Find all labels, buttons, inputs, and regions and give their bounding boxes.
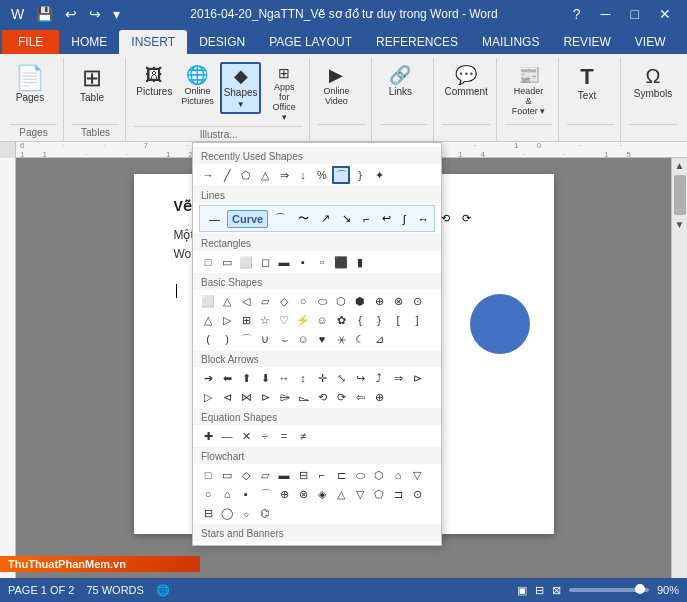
table-button[interactable]: ⊞ Table <box>72 62 112 107</box>
flow-offpage[interactable]: ⌂ <box>218 485 236 503</box>
rect-rounded[interactable]: ▭ <box>218 253 236 271</box>
recent-shape-arrow[interactable]: → <box>199 166 217 184</box>
arrow-lr[interactable]: ↔ <box>275 369 293 387</box>
basic-more12[interactable]: ☺ <box>313 311 331 329</box>
flow-stored-data[interactable]: ⬠ <box>370 485 388 503</box>
flow-more1[interactable]: ⬦ <box>237 504 255 522</box>
eq-times[interactable]: ✕ <box>237 427 255 445</box>
redo-icon[interactable]: ↪ <box>86 6 104 22</box>
tab-design[interactable]: DESIGN <box>187 30 257 54</box>
line-more2[interactable]: ⟳ <box>457 209 476 228</box>
flow-process[interactable]: □ <box>199 466 217 484</box>
basic-more13[interactable]: ✿ <box>332 311 350 329</box>
arrow-more3[interactable]: ⋈ <box>237 388 255 406</box>
arrow-notch[interactable]: ⊳ <box>408 369 426 387</box>
basic-more1[interactable]: ⬡ <box>332 292 350 310</box>
flow-data[interactable]: ▱ <box>256 466 274 484</box>
basic-more27[interactable]: ⊿ <box>370 330 388 348</box>
line-more1[interactable]: ⟲ <box>436 209 455 228</box>
flow-multidoc[interactable]: ⊏ <box>332 466 350 484</box>
basic-diamond[interactable]: ◇ <box>275 292 293 310</box>
arrow-right[interactable]: ➔ <box>199 369 217 387</box>
arrow-more5[interactable]: ⌲ <box>275 388 293 406</box>
pictures-button[interactable]: 🖼 Pictures <box>134 62 175 101</box>
flow-manual-op[interactable]: ▽ <box>408 466 426 484</box>
basic-more18[interactable]: ( <box>199 330 217 348</box>
online-pictures-button[interactable]: 🌐 OnlinePictures <box>179 62 217 110</box>
flow-predef[interactable]: ▬ <box>275 466 293 484</box>
basic-more3[interactable]: ⊕ <box>370 292 388 310</box>
arrow-more7[interactable]: ⟲ <box>313 388 331 406</box>
basic-more14[interactable]: { <box>351 311 369 329</box>
basic-more26[interactable]: ☾ <box>351 330 369 348</box>
arrow-up[interactable]: ⬆ <box>237 369 255 387</box>
arrow-quad[interactable]: ⊕ <box>370 388 388 406</box>
arrow-more8[interactable]: ⟳ <box>332 388 350 406</box>
basic-more22[interactable]: ⌣ <box>275 330 293 348</box>
basic-rtriangle[interactable]: ◁ <box>237 292 255 310</box>
line-curve[interactable]: Curve <box>227 210 268 228</box>
undo-icon[interactable]: ↩ <box>62 6 80 22</box>
basic-more2[interactable]: ⬢ <box>351 292 369 310</box>
line-elbow[interactable]: ⌐ <box>358 210 374 228</box>
arrow-4[interactable]: ✛ <box>313 369 331 387</box>
recent-shape-line[interactable]: ╱ <box>218 166 236 184</box>
line-double-arrow[interactable]: ↔ <box>413 210 434 228</box>
basic-more17[interactable]: ] <box>408 311 426 329</box>
flow-doc[interactable]: ⌐ <box>313 466 331 484</box>
line-freeform[interactable]: ↗ <box>316 209 335 228</box>
tab-insert[interactable]: INSERT <box>119 30 187 54</box>
eq-minus[interactable]: — <box>218 427 236 445</box>
arrow-more4[interactable]: ⊳ <box>256 388 274 406</box>
tab-mailings[interactable]: MAILINGS <box>470 30 551 54</box>
links-button[interactable]: 🔗 Links <box>380 62 420 101</box>
recent-shape-curve[interactable]: ⌒ <box>332 166 350 184</box>
eq-eq[interactable]: = <box>275 427 293 445</box>
flow-merge[interactable]: ▽ <box>351 485 369 503</box>
line-curved-arrow[interactable]: ↩ <box>377 209 396 228</box>
apps-office-button[interactable]: ⊞ Apps forOffice ▾ <box>265 62 303 126</box>
recent-shape-star[interactable]: ✦ <box>370 166 388 184</box>
flow-sort[interactable]: ◈ <box>313 485 331 503</box>
line-arc[interactable]: ⌒ <box>270 208 291 229</box>
rect-snip3[interactable]: ▪ <box>294 253 312 271</box>
flow-prep[interactable]: ⬡ <box>370 466 388 484</box>
flow-alt-process[interactable]: ▭ <box>218 466 236 484</box>
tab-view[interactable]: VIEW <box>623 30 678 54</box>
tab-page-layout[interactable]: PAGE LAYOUT <box>257 30 364 54</box>
flow-internal[interactable]: ⊟ <box>294 466 312 484</box>
arrow-more2[interactable]: ⊲ <box>218 388 236 406</box>
basic-more6[interactable]: △ <box>199 311 217 329</box>
arrow-diag[interactable]: ⤡ <box>332 369 350 387</box>
basic-more15[interactable]: } <box>370 311 388 329</box>
flow-card[interactable]: ▪ <box>237 485 255 503</box>
tab-review[interactable]: REVIEW <box>551 30 622 54</box>
recent-shape-arrow2[interactable]: ⇒ <box>275 166 293 184</box>
scrollbar-vertical[interactable]: ▲ ▼ <box>671 158 687 578</box>
view-icon-print[interactable]: ▣ <box>517 584 527 597</box>
eq-noteq[interactable]: ≠ <box>294 427 312 445</box>
basic-oval[interactable]: ⬭ <box>313 292 331 310</box>
basic-cylinder[interactable]: ⬜ <box>199 292 217 310</box>
line-arrow[interactable]: ↘ <box>337 209 356 228</box>
eq-plus[interactable]: ✚ <box>199 427 217 445</box>
pages-button[interactable]: 📄 Pages <box>10 62 50 107</box>
flow-more2[interactable]: ⌬ <box>256 504 274 522</box>
line-straight[interactable]: — <box>204 210 225 228</box>
save-icon[interactable]: 💾 <box>33 6 56 22</box>
tab-file[interactable]: FILE <box>2 30 59 54</box>
customize-icon[interactable]: ▾ <box>110 6 123 22</box>
view-icon-web[interactable]: ⊟ <box>535 584 544 597</box>
flow-sum[interactable]: ⊕ <box>275 485 293 503</box>
zoom-level[interactable]: 90% <box>657 584 679 596</box>
basic-more25[interactable]: ⚹ <box>332 330 350 348</box>
flow-tape[interactable]: ⌒ <box>256 485 274 503</box>
line-scribble[interactable]: 〜 <box>293 208 314 229</box>
view-icon-read[interactable]: ⊠ <box>552 584 561 597</box>
basic-more11[interactable]: ⚡ <box>294 311 312 329</box>
comment-button[interactable]: 💬 Comment <box>442 62 490 101</box>
basic-more9[interactable]: ☆ <box>256 311 274 329</box>
shapes-button[interactable]: ◆ Shapes ▼ <box>220 62 261 114</box>
basic-more7[interactable]: ▷ <box>218 311 236 329</box>
scroll-down-arrow[interactable]: ▼ <box>673 217 687 232</box>
